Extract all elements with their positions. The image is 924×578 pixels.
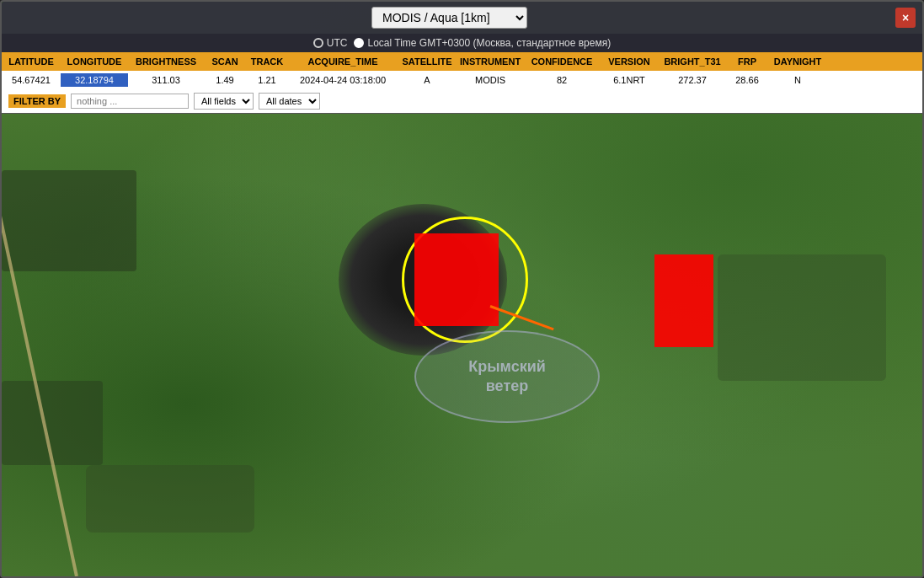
filter-dates-select[interactable]: All dates — [259, 93, 320, 110]
fire-marker-right — [654, 254, 713, 347]
col-header-instrument: INSTRUMENT — [457, 55, 524, 68]
col-header-brightness: BRIGHTNESS — [128, 55, 204, 68]
utc-label: UTC — [327, 37, 348, 49]
col-header-version: VERSION — [600, 55, 659, 68]
col-header-track: TRACK — [246, 55, 288, 68]
cell-daynight: N — [768, 73, 827, 87]
cell-bright31: 272.37 — [659, 73, 726, 87]
col-header-daynight: DAYNIGHT — [768, 55, 827, 68]
col-header-confidence: CONFIDENCE — [524, 55, 600, 68]
cell-confidence: 82 — [524, 73, 600, 87]
cell-longitude: 32.18794 — [61, 73, 128, 87]
local-radio[interactable] — [354, 38, 364, 48]
cell-frp: 28.66 — [726, 73, 768, 87]
utc-radio-group[interactable]: UTC — [313, 37, 348, 49]
cell-track: 1.21 — [246, 73, 288, 87]
table-row[interactable]: 54.67421 32.18794 311.03 1.49 1.21 2024-… — [2, 71, 922, 89]
local-radio-group[interactable]: Local Time GMT+0300 (Москва, стандартное… — [354, 37, 611, 49]
col-header-bright31: BRIGHT_T31 — [659, 55, 726, 68]
col-header-scan: SCAN — [204, 55, 246, 68]
col-header-frp: FRP — [726, 55, 768, 68]
table-header: LATITUDE LONGITUDE BRIGHTNESS SCAN TRACK… — [2, 52, 922, 71]
header-panel: MODIS / Aqua [1km] MODIS / Terra [1km] V… — [2, 2, 922, 114]
filter-row: FILTER BY All fields All dates — [2, 89, 922, 113]
time-selector-row: UTC Local Time GMT+0300 (Москва, стандар… — [2, 34, 922, 52]
col-header-longitude: LONGITUDE — [61, 55, 128, 68]
terrain-patch-4 — [718, 254, 886, 381]
cell-brightness: 311.03 — [128, 73, 204, 87]
utc-radio[interactable] — [313, 38, 323, 48]
fire-marker-left — [414, 233, 499, 326]
filter-label: FILTER BY — [8, 94, 66, 108]
cell-latitude: 54.67421 — [2, 73, 61, 87]
local-label: Local Time GMT+0300 (Москва, стандартное… — [367, 37, 611, 49]
cell-satellite: A — [398, 73, 457, 87]
terrain-patch-2 — [2, 381, 103, 465]
cell-acquire-time: 2024-04-24 03:18:00 — [288, 73, 398, 87]
watermark-text: Крымскийветер — [468, 357, 546, 397]
cell-scan: 1.49 — [204, 73, 246, 87]
col-header-satellite: SATELLITE — [398, 55, 457, 68]
filter-fields-select[interactable]: All fields — [194, 93, 254, 110]
cell-instrument: MODIS — [457, 73, 524, 87]
main-window: Крымскийветер MODIS / Aqua [1km] MODIS /… — [0, 0, 924, 578]
title-bar: MODIS / Aqua [1km] MODIS / Terra [1km] V… — [2, 2, 922, 34]
col-header-latitude: LATITUDE — [2, 55, 61, 68]
filter-input[interactable] — [71, 94, 189, 109]
dataset-select[interactable]: MODIS / Aqua [1km] MODIS / Terra [1km] V… — [371, 7, 527, 29]
terrain-patch-3 — [86, 465, 254, 533]
cell-version: 6.1NRT — [600, 73, 659, 87]
watermark: Крымскийветер — [414, 330, 600, 423]
terrain-patch-1 — [2, 170, 136, 271]
close-button[interactable]: × — [895, 8, 916, 28]
col-header-acquire: ACQUIRE_TIME — [288, 55, 398, 68]
